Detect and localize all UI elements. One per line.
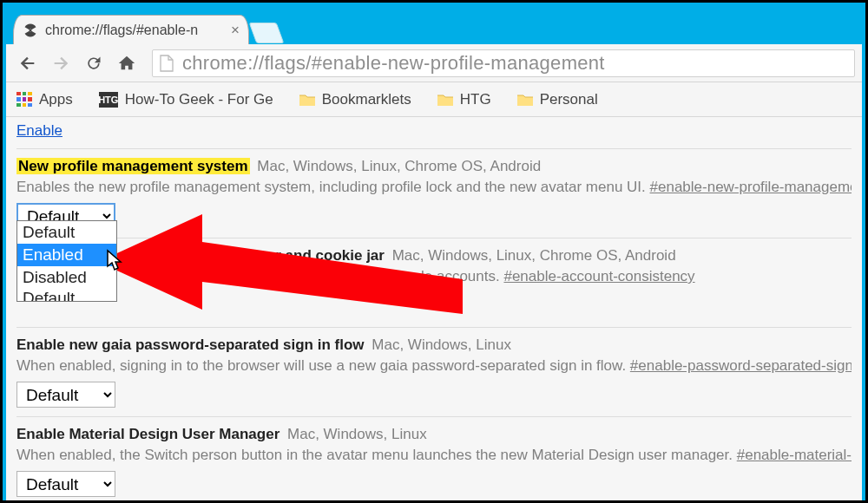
bookmark-folder-bookmarklets[interactable]: Bookmarklets	[299, 91, 411, 108]
folder-icon	[437, 93, 453, 106]
new-tab-button[interactable]	[249, 23, 285, 43]
tab-strip: chrome://flags/#enable-n ×	[6, 13, 862, 44]
reload-button[interactable]	[79, 49, 108, 78]
file-icon	[160, 55, 174, 72]
enable-link[interactable]: Enable	[16, 122, 62, 139]
flag-description: When enabled, the Switch person button i…	[16, 447, 852, 464]
flag-block: Enable Material Design User Manager Mac,…	[16, 416, 852, 500]
flag-title: Enable Material Design User Manager	[16, 426, 279, 442]
flag-select[interactable]: Default	[16, 471, 115, 497]
bookmark-folder-personal[interactable]: Personal	[517, 91, 598, 108]
flag-platforms: Mac, Windows, Linux, Chrome OS, Android	[392, 247, 676, 264]
flag-hash-link[interactable]: #enable-material-design	[737, 447, 852, 463]
tab-title: chrome://flags/#enable-n	[45, 23, 226, 38]
dropdown-option-enabled[interactable]: Enabled	[17, 244, 116, 266]
dropdown-option-disabled[interactable]: Disabled	[17, 266, 116, 289]
dropdown-list[interactable]: Default Enabled Disabled Default	[16, 220, 117, 302]
arrow-left-icon	[18, 54, 37, 73]
folder-icon	[517, 93, 533, 106]
flag-description: Enables the new profile management syste…	[16, 179, 852, 196]
folder-icon	[299, 93, 315, 106]
bookmark-label: Bookmarklets	[322, 91, 411, 108]
back-button[interactable]	[13, 49, 43, 78]
flag-hash-link[interactable]: #enable-password-separated-signin-flow	[630, 357, 852, 374]
flag-description: When enabled, signing in to the browser …	[16, 357, 852, 375]
flag-platforms: Mac, Windows, Linux, Chrome OS, Android	[257, 158, 541, 174]
bookmarks-bar: Apps HTG How-To Geek - For Ge Bookmarkle…	[6, 82, 862, 117]
radiation-icon	[23, 23, 38, 38]
flag-title: New profile management system	[16, 158, 250, 174]
bookmark-folder-htg[interactable]: HTG	[437, 91, 491, 108]
htg-icon: HTG	[99, 92, 118, 108]
flag-select[interactable]: Default	[16, 382, 115, 408]
active-tab[interactable]: chrome://flags/#enable-n ×	[13, 15, 249, 44]
bookmark-apps[interactable]: Apps	[16, 91, 73, 108]
flag-platforms: Mac, Windows, Linux	[372, 336, 511, 353]
reload-icon	[85, 55, 102, 72]
flag-title: Enable new gaia password-separated sign …	[16, 336, 365, 353]
flag-block: Enable new gaia password-separated sign …	[16, 327, 852, 416]
flag-hash-link[interactable]: #enable-account-consistency	[503, 268, 694, 284]
page-content: Enable New profile management system Mac…	[6, 117, 862, 500]
toolbar: chrome://flags/#enable-new-profile-manag…	[6, 44, 862, 82]
bookmark-htg[interactable]: HTG How-To Geek - For Ge	[99, 91, 273, 108]
apps-icon	[16, 92, 32, 108]
omnibox[interactable]: chrome://flags/#enable-new-profile-manag…	[152, 49, 855, 77]
flag-hash-link[interactable]: #enable-new-profile-management	[650, 179, 852, 195]
flag-description: igning in and out of Google accounts. #e…	[16, 268, 852, 285]
cursor-icon	[106, 249, 123, 271]
home-button[interactable]	[112, 49, 141, 78]
bookmark-label: Personal	[540, 91, 598, 108]
home-icon	[117, 54, 136, 73]
arrow-right-icon	[51, 54, 70, 73]
bookmark-label: HTG	[460, 91, 491, 108]
bookmark-label: How-To Geek - For Ge	[125, 91, 273, 108]
flag-block: ncy between browser and cookie jar Mac, …	[16, 238, 852, 327]
omnibox-url: chrome://flags/#enable-new-profile-manag…	[182, 52, 605, 75]
flag-title: ncy between browser and cookie jar	[131, 247, 385, 264]
flag-block: New profile management system Mac, Windo…	[16, 148, 852, 238]
bookmark-apps-label: Apps	[39, 91, 73, 108]
forward-button[interactable]	[46, 49, 76, 78]
dropdown-option-default[interactable]: Default	[17, 221, 116, 244]
tab-close-icon[interactable]: ×	[231, 22, 240, 39]
flag-platforms: Mac, Windows, Linux	[287, 426, 427, 442]
dropdown-overflow: Default	[17, 289, 116, 301]
